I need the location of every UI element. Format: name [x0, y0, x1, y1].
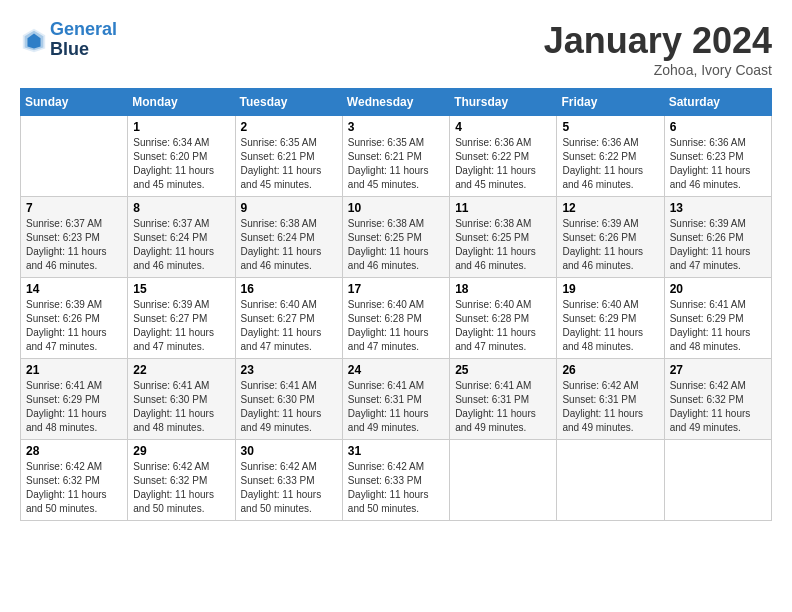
day-header-thursday: Thursday [450, 89, 557, 116]
day-number: 14 [26, 282, 122, 296]
day-info: Sunrise: 6:41 AMSunset: 6:30 PMDaylight:… [241, 379, 337, 435]
day-info: Sunrise: 6:34 AMSunset: 6:20 PMDaylight:… [133, 136, 229, 192]
calendar-cell: 1 Sunrise: 6:34 AMSunset: 6:20 PMDayligh… [128, 116, 235, 197]
day-number: 16 [241, 282, 337, 296]
day-info: Sunrise: 6:40 AMSunset: 6:28 PMDaylight:… [348, 298, 444, 354]
day-number: 24 [348, 363, 444, 377]
day-info: Sunrise: 6:42 AMSunset: 6:31 PMDaylight:… [562, 379, 658, 435]
day-info: Sunrise: 6:42 AMSunset: 6:33 PMDaylight:… [348, 460, 444, 516]
day-info: Sunrise: 6:42 AMSunset: 6:32 PMDaylight:… [26, 460, 122, 516]
month-title: January 2024 [544, 20, 772, 62]
day-number: 11 [455, 201, 551, 215]
day-info: Sunrise: 6:41 AMSunset: 6:31 PMDaylight:… [348, 379, 444, 435]
calendar-cell: 24 Sunrise: 6:41 AMSunset: 6:31 PMDaylig… [342, 359, 449, 440]
calendar-cell: 10 Sunrise: 6:38 AMSunset: 6:25 PMDaylig… [342, 197, 449, 278]
day-info: Sunrise: 6:42 AMSunset: 6:32 PMDaylight:… [133, 460, 229, 516]
day-number: 29 [133, 444, 229, 458]
day-info: Sunrise: 6:37 AMSunset: 6:24 PMDaylight:… [133, 217, 229, 273]
title-block: January 2024 Zohoa, Ivory Coast [544, 20, 772, 78]
day-header-saturday: Saturday [664, 89, 771, 116]
calendar-cell: 29 Sunrise: 6:42 AMSunset: 6:32 PMDaylig… [128, 440, 235, 521]
day-info: Sunrise: 6:39 AMSunset: 6:26 PMDaylight:… [26, 298, 122, 354]
week-row-3: 14 Sunrise: 6:39 AMSunset: 6:26 PMDaylig… [21, 278, 772, 359]
day-number: 19 [562, 282, 658, 296]
calendar-cell [21, 116, 128, 197]
calendar-cell: 16 Sunrise: 6:40 AMSunset: 6:27 PMDaylig… [235, 278, 342, 359]
day-info: Sunrise: 6:39 AMSunset: 6:26 PMDaylight:… [562, 217, 658, 273]
location: Zohoa, Ivory Coast [544, 62, 772, 78]
day-info: Sunrise: 6:39 AMSunset: 6:26 PMDaylight:… [670, 217, 766, 273]
day-header-sunday: Sunday [21, 89, 128, 116]
day-number: 25 [455, 363, 551, 377]
calendar-cell: 15 Sunrise: 6:39 AMSunset: 6:27 PMDaylig… [128, 278, 235, 359]
day-info: Sunrise: 6:35 AMSunset: 6:21 PMDaylight:… [241, 136, 337, 192]
day-info: Sunrise: 6:40 AMSunset: 6:29 PMDaylight:… [562, 298, 658, 354]
calendar-cell: 19 Sunrise: 6:40 AMSunset: 6:29 PMDaylig… [557, 278, 664, 359]
calendar-cell: 7 Sunrise: 6:37 AMSunset: 6:23 PMDayligh… [21, 197, 128, 278]
day-info: Sunrise: 6:37 AMSunset: 6:23 PMDaylight:… [26, 217, 122, 273]
calendar-cell: 25 Sunrise: 6:41 AMSunset: 6:31 PMDaylig… [450, 359, 557, 440]
calendar-cell: 13 Sunrise: 6:39 AMSunset: 6:26 PMDaylig… [664, 197, 771, 278]
calendar-cell: 5 Sunrise: 6:36 AMSunset: 6:22 PMDayligh… [557, 116, 664, 197]
calendar-cell: 22 Sunrise: 6:41 AMSunset: 6:30 PMDaylig… [128, 359, 235, 440]
calendar-cell: 12 Sunrise: 6:39 AMSunset: 6:26 PMDaylig… [557, 197, 664, 278]
day-number: 6 [670, 120, 766, 134]
day-info: Sunrise: 6:36 AMSunset: 6:23 PMDaylight:… [670, 136, 766, 192]
day-info: Sunrise: 6:41 AMSunset: 6:29 PMDaylight:… [26, 379, 122, 435]
day-number: 5 [562, 120, 658, 134]
day-number: 4 [455, 120, 551, 134]
day-number: 23 [241, 363, 337, 377]
week-row-1: 1 Sunrise: 6:34 AMSunset: 6:20 PMDayligh… [21, 116, 772, 197]
calendar-cell: 18 Sunrise: 6:40 AMSunset: 6:28 PMDaylig… [450, 278, 557, 359]
calendar-cell: 31 Sunrise: 6:42 AMSunset: 6:33 PMDaylig… [342, 440, 449, 521]
calendar-cell [557, 440, 664, 521]
calendar-cell: 14 Sunrise: 6:39 AMSunset: 6:26 PMDaylig… [21, 278, 128, 359]
day-number: 20 [670, 282, 766, 296]
day-info: Sunrise: 6:38 AMSunset: 6:25 PMDaylight:… [455, 217, 551, 273]
day-info: Sunrise: 6:41 AMSunset: 6:29 PMDaylight:… [670, 298, 766, 354]
calendar-cell: 9 Sunrise: 6:38 AMSunset: 6:24 PMDayligh… [235, 197, 342, 278]
day-info: Sunrise: 6:42 AMSunset: 6:32 PMDaylight:… [670, 379, 766, 435]
day-info: Sunrise: 6:41 AMSunset: 6:30 PMDaylight:… [133, 379, 229, 435]
calendar-cell: 4 Sunrise: 6:36 AMSunset: 6:22 PMDayligh… [450, 116, 557, 197]
calendar-cell: 27 Sunrise: 6:42 AMSunset: 6:32 PMDaylig… [664, 359, 771, 440]
day-number: 27 [670, 363, 766, 377]
day-header-friday: Friday [557, 89, 664, 116]
logo-icon [20, 26, 48, 54]
day-number: 12 [562, 201, 658, 215]
calendar-cell: 3 Sunrise: 6:35 AMSunset: 6:21 PMDayligh… [342, 116, 449, 197]
calendar-cell: 8 Sunrise: 6:37 AMSunset: 6:24 PMDayligh… [128, 197, 235, 278]
day-info: Sunrise: 6:36 AMSunset: 6:22 PMDaylight:… [455, 136, 551, 192]
calendar-cell: 17 Sunrise: 6:40 AMSunset: 6:28 PMDaylig… [342, 278, 449, 359]
calendar-table: SundayMondayTuesdayWednesdayThursdayFrid… [20, 88, 772, 521]
calendar-cell: 20 Sunrise: 6:41 AMSunset: 6:29 PMDaylig… [664, 278, 771, 359]
calendar-cell: 30 Sunrise: 6:42 AMSunset: 6:33 PMDaylig… [235, 440, 342, 521]
day-number: 28 [26, 444, 122, 458]
day-header-wednesday: Wednesday [342, 89, 449, 116]
day-number: 21 [26, 363, 122, 377]
day-number: 13 [670, 201, 766, 215]
calendar-cell: 26 Sunrise: 6:42 AMSunset: 6:31 PMDaylig… [557, 359, 664, 440]
day-number: 2 [241, 120, 337, 134]
page-header: GeneralBlue January 2024 Zohoa, Ivory Co… [20, 20, 772, 78]
day-number: 22 [133, 363, 229, 377]
day-number: 9 [241, 201, 337, 215]
day-info: Sunrise: 6:40 AMSunset: 6:27 PMDaylight:… [241, 298, 337, 354]
week-row-2: 7 Sunrise: 6:37 AMSunset: 6:23 PMDayligh… [21, 197, 772, 278]
day-info: Sunrise: 6:38 AMSunset: 6:24 PMDaylight:… [241, 217, 337, 273]
calendar-cell: 23 Sunrise: 6:41 AMSunset: 6:30 PMDaylig… [235, 359, 342, 440]
day-info: Sunrise: 6:42 AMSunset: 6:33 PMDaylight:… [241, 460, 337, 516]
day-number: 10 [348, 201, 444, 215]
day-number: 17 [348, 282, 444, 296]
week-row-4: 21 Sunrise: 6:41 AMSunset: 6:29 PMDaylig… [21, 359, 772, 440]
day-number: 31 [348, 444, 444, 458]
calendar-header-row: SundayMondayTuesdayWednesdayThursdayFrid… [21, 89, 772, 116]
day-info: Sunrise: 6:35 AMSunset: 6:21 PMDaylight:… [348, 136, 444, 192]
day-number: 8 [133, 201, 229, 215]
day-number: 7 [26, 201, 122, 215]
calendar-cell: 2 Sunrise: 6:35 AMSunset: 6:21 PMDayligh… [235, 116, 342, 197]
calendar-cell [450, 440, 557, 521]
logo: GeneralBlue [20, 20, 117, 60]
logo-text: GeneralBlue [50, 20, 117, 60]
day-info: Sunrise: 6:41 AMSunset: 6:31 PMDaylight:… [455, 379, 551, 435]
